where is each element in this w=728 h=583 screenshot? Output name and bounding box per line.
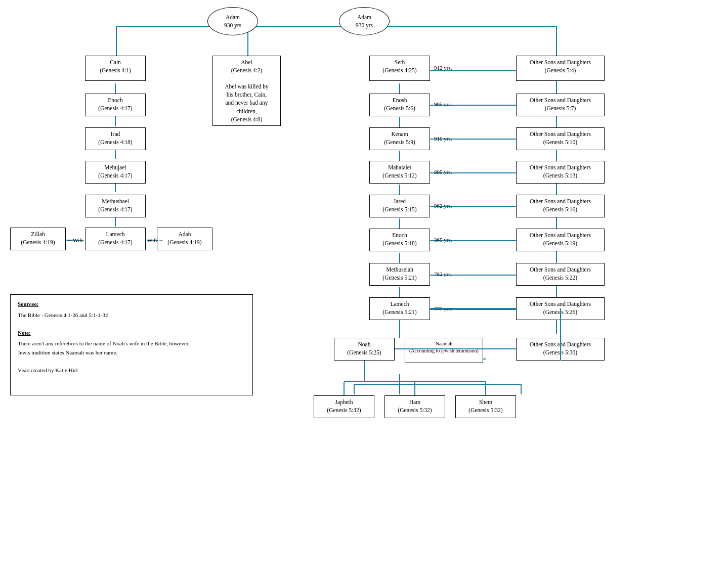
jared-label: Jared(Genesis 5:15) bbox=[382, 198, 416, 212]
mehujael-label: Mehujael(Genesis 4:17) bbox=[98, 164, 132, 178]
ham-label: Ham(Genesis 5:32) bbox=[398, 399, 432, 413]
other-sons-methuselah-label: Other Sons and Daughters(Genesis 5:22) bbox=[530, 266, 591, 281]
zillah-node: Zillah(Genesis 4:19) bbox=[10, 228, 66, 250]
adam-left-node: Adam930 yrs bbox=[207, 7, 258, 35]
other-sons-kenam-label: Other Sons and Daughters(Genesis 5:10) bbox=[530, 131, 591, 145]
enosh-label: Enosh(Genesis 5:6) bbox=[384, 97, 415, 111]
other-sons-enosh-node: Other Sons and Daughters(Genesis 5:7) bbox=[516, 94, 605, 116]
naamah-node: Naamah(Accounting to jewish teramision) bbox=[405, 338, 483, 363]
enoch-cain-label: Enoch(Genesis 4:17) bbox=[98, 97, 132, 111]
other-sons-methuselah-node: Other Sons and Daughters(Genesis 5:22) bbox=[516, 263, 605, 286]
other-sons-jared-node: Other Sons and Daughters(Genesis 5:16) bbox=[516, 195, 605, 217]
cain-node: Cain(Genesis 4:1) bbox=[85, 56, 146, 81]
jared-node: Jared(Genesis 5:15) bbox=[369, 195, 430, 217]
diagram-container: Adam930 yrs Adam930 yrs Cain(Genesis 4:1… bbox=[0, 0, 728, 583]
japheth-label: Japheth(Genesis 5:32) bbox=[327, 399, 361, 413]
methushael-label: Methushael(Genesis 4:17) bbox=[98, 198, 132, 212]
lamech-seth-label: Lamech(Genesis 5:21) bbox=[382, 301, 416, 315]
kenam-node: Kenam(Genesis 5:9) bbox=[369, 127, 430, 150]
zillah-label: Zillah(Genesis 4:19) bbox=[21, 231, 55, 245]
adam-right-label: Adam930 yrs bbox=[356, 13, 373, 29]
adah-label: Adah(Genesis 4:19) bbox=[167, 231, 201, 245]
note-title: Note: bbox=[18, 330, 31, 336]
other-sons-lamech-node: Other Sons and Daughters(Genesis 5:26) bbox=[516, 297, 605, 320]
wife-right-label: Wife→ bbox=[147, 237, 164, 243]
jared-age: 962 yrs. bbox=[434, 203, 452, 209]
seth-node: Seth(Genesis 4:25) bbox=[369, 56, 430, 81]
mehujael-node: Mehujael(Genesis 4:17) bbox=[85, 161, 146, 184]
enosh-node: Enosh(Genesis 5:6) bbox=[369, 94, 430, 116]
naamah-label: Naamah(Accounting to jewish teramision) bbox=[409, 341, 479, 353]
other-sons-seth-label: Other Sons and Daughters(Genesis 5:4) bbox=[530, 59, 591, 73]
adam-right-node: Adam930 yrs bbox=[339, 7, 390, 35]
lamech-cain-label: Lamech(Genesis 4:17) bbox=[98, 231, 132, 245]
abel-node: Abel(Genesis 4:2)Abel was killed byhis b… bbox=[212, 56, 281, 126]
methuselah-age: 782 yrs. bbox=[434, 271, 452, 277]
enosh-age: 905 yrs. bbox=[434, 101, 452, 107]
enoch-seth-label: Enoch(Genesis 5:18) bbox=[382, 232, 416, 246]
lamech-seth-age: 777 yrs. bbox=[434, 305, 452, 311]
mahalalet-label: Mahalalet(Genesis 5:12) bbox=[382, 164, 416, 178]
other-sons-noah-node: Other Sons and Daughters(Genesis 5:30) bbox=[516, 338, 605, 361]
wife-left-label: ←Wife bbox=[67, 237, 84, 243]
other-sons-enoch-label: Other Sons and Daughters(Genesis 5:19) bbox=[530, 232, 591, 246]
children-connectors bbox=[0, 0, 728, 583]
kenam-age: 910 yrs. bbox=[434, 136, 452, 142]
mahalalet-node: Mahalalet(Genesis 5:12) bbox=[369, 161, 430, 184]
lamech-seth-node: Lamech(Genesis 5:21) bbox=[369, 297, 430, 320]
ham-node: Ham(Genesis 5:32) bbox=[384, 395, 445, 418]
source-box: Sourceo: The Bible - Genesis 4:1-26 and … bbox=[10, 294, 253, 395]
enoch-seth-age: 365 yrs. bbox=[434, 237, 452, 243]
lamech-cain-node: Lamech(Genesis 4:17) bbox=[85, 228, 146, 250]
connectors-svg bbox=[0, 0, 728, 583]
noah-label: Noah(Genesis 5:25) bbox=[347, 341, 381, 355]
enoch-cain-node: Enoch(Genesis 4:17) bbox=[85, 94, 146, 116]
japheth-node: Japheth(Genesis 5:32) bbox=[314, 395, 374, 418]
other-sons-kenam-node: Other Sons and Daughters(Genesis 5:10) bbox=[516, 127, 605, 150]
other-sons-enosh-label: Other Sons and Daughters(Genesis 5:7) bbox=[530, 97, 591, 111]
methuselah-node: Methuselah(Genesis 5:21) bbox=[369, 263, 430, 286]
methushael-node: Methushael(Genesis 4:17) bbox=[85, 195, 146, 217]
seth-label: Seth(Genesis 4:25) bbox=[382, 59, 416, 73]
source-title: Sourceo: bbox=[18, 301, 38, 307]
noah-node: Noah(Genesis 5:25) bbox=[334, 338, 395, 361]
methuselah-label: Methuselah(Genesis 5:21) bbox=[382, 266, 416, 281]
abel-label: Abel(Genesis 4:2)Abel was killed byhis b… bbox=[225, 59, 269, 122]
mahalalet-age: 895 yrs. bbox=[434, 169, 452, 175]
cain-label: Cain(Genesis 4:1) bbox=[100, 59, 131, 73]
adam-left-label: Adam930 yrs bbox=[224, 13, 241, 29]
irad-node: Irad(Genesis 4:18) bbox=[85, 127, 146, 150]
irad-label: Irad(Genesis 4:18) bbox=[98, 131, 132, 145]
other-sons-noah-label: Other Sons and Daughters(Genesis 5:30) bbox=[530, 341, 591, 355]
adah-node: Adah(Genesis 4:19) bbox=[157, 228, 212, 250]
other-sons-jared-label: Other Sons and Daughters(Genesis 5:16) bbox=[530, 198, 591, 212]
other-sons-mahalalet-label: Other Sons and Daughters(Genesis 5:13) bbox=[530, 164, 591, 178]
other-sons-lamech-label: Other Sons and Daughters(Genesis 5:26) bbox=[530, 301, 591, 315]
other-sons-mahalalet-node: Other Sons and Daughters(Genesis 5:13) bbox=[516, 161, 605, 184]
kenam-label: Kenam(Genesis 5:9) bbox=[384, 131, 415, 145]
source-text: The Bible - Genesis 4:1-26 and 5:1-1-32 bbox=[18, 311, 245, 320]
shem-label: Shem(Genesis 5:32) bbox=[468, 399, 502, 413]
enoch-seth-node: Enoch(Genesis 5:18) bbox=[369, 229, 430, 251]
shem-node: Shem(Genesis 5:32) bbox=[455, 395, 516, 418]
seth-age: 912 yrs. bbox=[434, 65, 452, 71]
other-sons-seth-node: Other Sons and Daughters(Genesis 5:4) bbox=[516, 56, 605, 81]
other-sons-enoch-node: Other Sons and Daughters(Genesis 5:19) bbox=[516, 229, 605, 251]
note-text: There aren't any referebces to the name … bbox=[18, 339, 245, 375]
